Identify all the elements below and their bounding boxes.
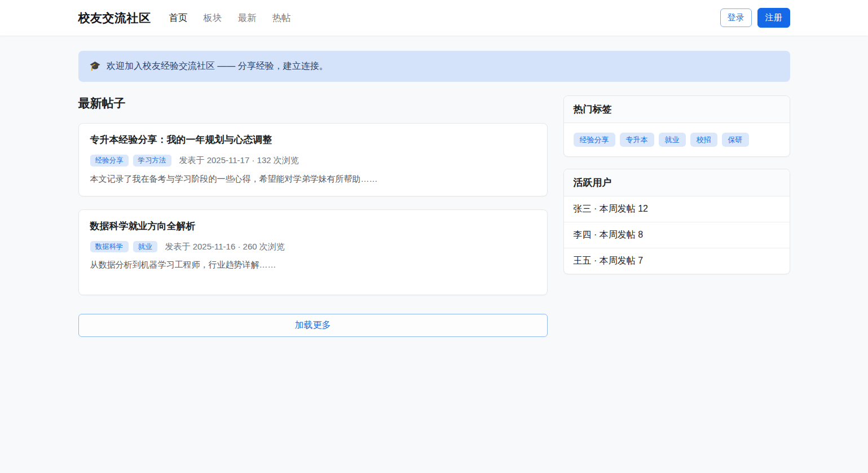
post-tag: 数据科学 <box>90 241 129 253</box>
active-users-list: 张三 · 本周发帖 12 李四 · 本周发帖 8 王五 · 本周发帖 7 <box>564 196 790 274</box>
login-button[interactable]: 登录 <box>720 8 752 27</box>
welcome-banner: 🎓 欢迎加入校友经验交流社区 —— 分享经验，建立连接。 <box>78 51 790 82</box>
nav-link-hot[interactable]: 热帖 <box>272 12 291 24</box>
post-meta-row: 数据科学 就业 发表于 2025-11-16 · 260 次浏览 <box>90 241 536 253</box>
load-more-button[interactable]: 加载更多 <box>78 314 548 337</box>
post-tag: 学习方法 <box>133 155 171 167</box>
post-excerpt: 本文记录了我在备考与学习阶段的一些心得，希望能对学弟学妹有所帮助…… <box>90 173 536 185</box>
graduation-cap-icon: 🎓 <box>90 61 101 71</box>
post-meta: 发表于 2025-11-17 · 132 次浏览 <box>179 155 299 166</box>
latest-posts-heading: 最新帖子 <box>78 95 548 111</box>
nav-link-home[interactable]: 首页 <box>169 12 188 24</box>
post-meta-row: 经验分享 学习方法 发表于 2025-11-17 · 132 次浏览 <box>90 155 536 167</box>
brand-logo[interactable]: 校友交流社区 <box>78 10 151 26</box>
post-tag: 经验分享 <box>90 155 129 167</box>
tag-chip[interactable]: 保研 <box>722 133 749 147</box>
post-card[interactable]: 专升本经验分享：我的一年规划与心态调整 经验分享 学习方法 发表于 2025-1… <box>78 123 548 196</box>
sidebar: 热门标签 经验分享 专升本 就业 校招 保研 活跃用户 张三 · 本周发帖 12… <box>563 95 790 286</box>
tag-chip[interactable]: 校招 <box>690 133 717 147</box>
nav-link-latest[interactable]: 最新 <box>238 12 257 24</box>
nav-link-boards[interactable]: 板块 <box>204 12 222 24</box>
tag-chip[interactable]: 专升本 <box>620 133 654 147</box>
tag-chip[interactable]: 经验分享 <box>574 133 615 147</box>
hot-tags-list: 经验分享 专升本 就业 校招 保研 <box>564 123 790 156</box>
active-users-title: 活跃用户 <box>564 169 790 196</box>
post-title: 专升本经验分享：我的一年规划与心态调整 <box>90 133 536 146</box>
user-list-item: 张三 · 本周发帖 12 <box>564 196 790 222</box>
post-card[interactable]: 数据科学就业方向全解析 数据科学 就业 发表于 2025-11-16 · 260… <box>78 209 548 295</box>
register-button[interactable]: 注册 <box>757 8 790 28</box>
hot-tags-card: 热门标签 经验分享 专升本 就业 校招 保研 <box>563 95 790 157</box>
hot-tags-title: 热门标签 <box>564 96 790 123</box>
active-users-card: 活跃用户 张三 · 本周发帖 12 李四 · 本周发帖 8 王五 · 本周发帖 … <box>563 169 790 274</box>
navbar: 校友交流社区 首页 板块 最新 热帖 登录 注册 <box>0 0 868 36</box>
post-meta: 发表于 2025-11-16 · 260 次浏览 <box>165 242 285 252</box>
main-nav: 首页 板块 最新 热帖 <box>169 12 291 24</box>
tag-chip[interactable]: 就业 <box>659 133 686 147</box>
nav-actions: 登录 注册 <box>720 8 790 28</box>
user-list-item: 李四 · 本周发帖 8 <box>564 222 790 248</box>
user-list-item: 王五 · 本周发帖 7 <box>564 248 790 274</box>
post-tag: 就业 <box>133 241 157 253</box>
post-excerpt: 从数据分析到机器学习工程师，行业趋势详解…… <box>90 259 536 270</box>
post-title: 数据科学就业方向全解析 <box>90 220 536 233</box>
posts-section: 最新帖子 专升本经验分享：我的一年规划与心态调整 经验分享 学习方法 发表于 2… <box>78 95 548 337</box>
welcome-banner-text: 欢迎加入校友经验交流社区 —— 分享经验，建立连接。 <box>107 61 328 71</box>
